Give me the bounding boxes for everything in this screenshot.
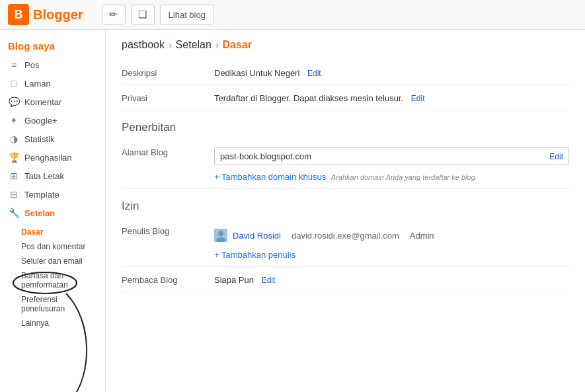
deskripsi-value: Dedikasi Untuk Negeri Edit — [214, 60, 569, 85]
sidebar-sub-lainnya[interactable]: Lainnya — [13, 316, 105, 331]
laman-icon: □ — [8, 78, 20, 89]
sidebar-label-template: Template — [24, 190, 59, 200]
sidebar-sub-menu: Dasar Pos dan komentar Seluler dan email… — [0, 222, 105, 333]
domain-row: + Tambahkan domain khusus Arahkan domain… — [214, 169, 569, 182]
pencil-icon: ✏ — [109, 9, 118, 20]
avatar — [214, 229, 227, 242]
sidebar-item-komentar[interactable]: 💬 Komentar — [0, 93, 105, 111]
sidebar-sub-bahasa[interactable]: Bahasa dan pemformatan — [13, 268, 105, 292]
sidebar-section-title: Blog saya — [0, 35, 105, 56]
sidebar-item-template[interactable]: ⊟ Template — [0, 185, 105, 204]
penulis-label: Penulis Blog — [122, 218, 214, 267]
alamat-row: Alamat Blog past-book.blogspot.com Edit … — [122, 139, 569, 189]
sidebar-item-laman[interactable]: □ Laman — [0, 74, 105, 93]
sidebar-label-pos: Pos — [24, 60, 39, 70]
view-blog-button[interactable]: Lihat blog — [160, 5, 214, 24]
penulis-value: David Rosidi david.rosidi.exe@gmail.com … — [214, 218, 569, 267]
sidebar-label-tataletak: Tata Letak — [24, 171, 64, 181]
blogger-logo-icon: B — [8, 4, 29, 25]
breadcrumb-sep2: › — [215, 40, 219, 50]
pembaca-label: Pembaca Blog — [122, 267, 214, 292]
sidebar-item-statistik[interactable]: ◑ Statistik — [0, 130, 105, 148]
svg-point-4 — [218, 231, 223, 236]
privasi-row: Privasi Terdaftar di Blogger. Dapat diak… — [122, 85, 569, 110]
alamat-value: past-book.blogspot.com Edit + Tambahkan … — [214, 139, 569, 189]
setelan-icon: 🔧 — [8, 208, 20, 218]
privasi-value: Terdaftar di Blogger. Dapat diakses mesi… — [214, 85, 569, 110]
pembaca-edit-link[interactable]: Edit — [262, 276, 276, 285]
author-name[interactable]: David Rosidi — [233, 231, 281, 241]
sidebar-label-statistik: Statistik — [24, 134, 55, 144]
statistik-icon: ◑ — [8, 134, 20, 144]
copy-icon: ❑ — [138, 9, 147, 20]
author-role: Admin — [410, 231, 434, 241]
pos-icon: ≡ — [8, 59, 20, 70]
sidebar-label-laman: Laman — [24, 79, 51, 89]
author-row: David Rosidi david.rosidi.exe@gmail.com … — [214, 226, 569, 245]
deskripsi-edit-link[interactable]: Edit — [307, 69, 321, 78]
alamat-label: Alamat Blog — [122, 139, 214, 189]
privasi-label: Privasi — [122, 85, 214, 110]
sidebar-item-tataletak[interactable]: ⊞ Tata Letak — [0, 167, 105, 185]
sidebar-item-penghasilan[interactable]: 🏆 Penghasilan — [0, 148, 105, 167]
googleplus-icon: ✦ — [8, 115, 20, 126]
breadcrumb-sep1: › — [169, 40, 172, 50]
breadcrumb: pastbook › Setelan › Dasar — [122, 30, 569, 60]
sidebar-item-setelan[interactable]: 🔧 Setelan — [0, 204, 105, 222]
address-input-row: past-book.blogspot.com Edit — [214, 147, 569, 165]
blogger-logo: B Blogger — [8, 4, 83, 25]
deskripsi-row: Deskripsi Dedikasi Untuk Negeri Edit — [122, 60, 569, 85]
sidebar-sub-seluler[interactable]: Seluler dan email — [13, 254, 105, 268]
sidebar-label-googleplus: Google+ — [24, 116, 58, 126]
penghasilan-icon: 🏆 — [8, 152, 20, 163]
privasi-edit-link[interactable]: Edit — [411, 94, 425, 103]
sidebar-sub-pos-komentar[interactable]: Pos dan komentar — [13, 239, 105, 254]
sidebar-item-googleplus[interactable]: ✦ Google+ — [0, 111, 105, 130]
settings-table: Deskripsi Dedikasi Untuk Negeri Edit Pri… — [122, 60, 569, 110]
blogger-logo-text: Blogger — [33, 7, 83, 22]
edit-button[interactable]: ✏ — [102, 5, 126, 24]
sidebar-sub-preferensi[interactable]: Preferensi penelusuran — [13, 292, 105, 316]
template-icon: ⊟ — [8, 189, 20, 200]
breadcrumb-part2: Setelan — [176, 39, 212, 51]
breadcrumb-part1: pastbook — [122, 39, 165, 51]
header: B Blogger ✏ ❑ Lihat blog — [0, 0, 585, 30]
deskripsi-label: Deskripsi — [122, 60, 214, 85]
penerbitan-table: Alamat Blog past-book.blogspot.com Edit … — [122, 139, 569, 189]
sidebar-label-komentar: Komentar — [24, 97, 61, 107]
izin-heading: Izin — [122, 189, 569, 218]
author-email: david.rosidi.exe@gmail.com — [292, 231, 399, 241]
alamat-edit-link[interactable]: Edit — [549, 152, 563, 161]
add-domain-link[interactable]: + Tambahkan domain khusus — [214, 172, 326, 182]
main-content: pastbook › Setelan › Dasar Deskripsi Ded… — [106, 30, 585, 390]
sidebar-item-pos[interactable]: ≡ Pos — [0, 56, 105, 74]
sidebar: Blog saya ≡ Pos □ Laman 💬 Komentar ✦ Goo… — [0, 30, 106, 390]
penerbitan-heading: Penerbitan — [122, 110, 569, 139]
sidebar-label-penghasilan: Penghasilan — [24, 153, 72, 163]
sidebar-sub-dasar[interactable]: Dasar — [13, 225, 105, 239]
sidebar-label-setelan: Setelan — [24, 208, 55, 218]
address-text: past-book.blogspot.com — [220, 151, 539, 161]
pembaca-value: Siapa Pun Edit — [214, 267, 569, 292]
add-penulis-link[interactable]: + Tambahkan penulis — [214, 250, 295, 260]
pembaca-row: Pembaca Blog Siapa Pun Edit — [122, 267, 569, 292]
komentar-icon: 💬 — [8, 97, 20, 107]
penulis-row: Penulis Blog David Rosidi david.rosidi.e… — [122, 218, 569, 267]
copy-button[interactable]: ❑ — [131, 5, 155, 24]
domain-hint-text: Arahkan domain Anda yang terdaftar ke bl… — [331, 173, 477, 181]
breadcrumb-current: Dasar — [223, 39, 252, 51]
tataletak-icon: ⊞ — [8, 171, 20, 181]
izin-table: Penulis Blog David Rosidi david.rosidi.e… — [122, 218, 569, 292]
